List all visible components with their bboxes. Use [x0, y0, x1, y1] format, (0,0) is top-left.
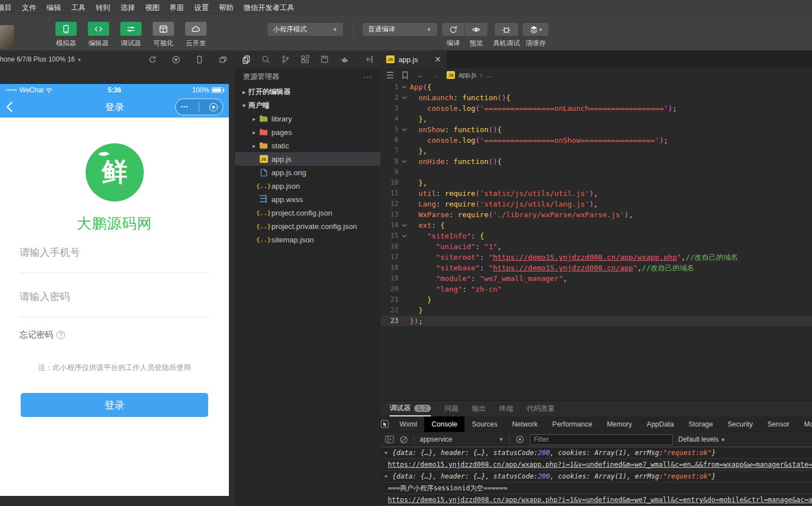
action-button-清缓存[interactable]: ▾: [523, 23, 548, 36]
more-button[interactable]: •••: [181, 104, 189, 110]
tree-item-app.json[interactable]: {..}app.json: [235, 179, 381, 193]
devtools-tab-Security[interactable]: Security: [720, 416, 760, 432]
code-line[interactable]: 4 },: [381, 114, 812, 124]
windows-icon[interactable]: [219, 55, 227, 64]
code-line[interactable]: 9: [381, 167, 812, 177]
tab-appjs[interactable]: JS app.js ✕: [381, 50, 447, 68]
nav-forward-icon[interactable]: →: [431, 71, 439, 79]
toolbar-button-云开发[interactable]: 云开发: [182, 22, 209, 48]
nav-back-icon[interactable]: ←: [416, 71, 424, 79]
expand-icon[interactable]: ▶: [385, 447, 392, 458]
menu-item-视图[interactable]: 视图: [140, 0, 165, 15]
close-icon[interactable]: ✕: [434, 55, 441, 64]
code-line[interactable]: 18 "sitebase": "https://demo15.ynjdzzd00…: [381, 263, 812, 273]
menu-item-工具[interactable]: 工具: [66, 0, 91, 15]
blocks-icon[interactable]: [301, 55, 309, 64]
code-line[interactable]: 14 ext: {: [381, 220, 812, 231]
bookmark-icon[interactable]: [402, 71, 409, 79]
refresh-icon[interactable]: [148, 55, 157, 64]
compile-select[interactable]: 普通编译 ▼: [363, 23, 437, 36]
toolbar-button-模拟器[interactable]: 模拟器: [53, 22, 79, 48]
expand-icon[interactable]: ▶: [385, 471, 392, 482]
code-line[interactable]: 23});: [381, 316, 812, 326]
more-actions-icon[interactable]: ···: [363, 72, 373, 81]
menu-item-选择[interactable]: 选择: [115, 0, 140, 15]
code-line[interactable]: 7 },: [381, 146, 812, 156]
devtools-tab-Storage[interactable]: Storage: [681, 416, 720, 432]
code-line[interactable]: 6 console.log('================onShow===…: [381, 135, 812, 146]
devtools-tab-AppData[interactable]: AppData: [640, 416, 682, 432]
debugger-tab-调试器[interactable]: 调试器1, 2: [389, 401, 431, 416]
code-line[interactable]: 2 onLaunch: function(){: [381, 92, 812, 103]
code-line[interactable]: 21 }: [381, 294, 812, 305]
fold-icon[interactable]: [398, 92, 410, 103]
collapse-sidebar-icon[interactable]: [365, 55, 374, 64]
password-input[interactable]: 请输入密码: [20, 273, 209, 317]
eye-icon[interactable]: [515, 435, 524, 444]
fold-icon[interactable]: [398, 124, 410, 135]
code-line[interactable]: 8 onHide: function(){: [381, 156, 812, 167]
code-line[interactable]: 16 "uniacid": "1",: [381, 241, 812, 252]
code-line[interactable]: 13 WxParse: require('./library/wxParse/w…: [381, 209, 812, 220]
debugger-tab-问题[interactable]: 问题: [444, 401, 458, 416]
console-link[interactable]: https://demo15.ynjdzzd008.cn/app/wxapp.p…: [388, 459, 812, 470]
code-line[interactable]: 1App({: [381, 82, 812, 92]
fold-icon[interactable]: [398, 231, 410, 241]
fold-icon[interactable]: [398, 82, 410, 92]
tree-item-打开的编辑器[interactable]: ▸打开的编辑器: [235, 85, 381, 99]
tree-item-static[interactable]: ▸static: [235, 139, 381, 152]
teapot-icon[interactable]: [340, 55, 349, 64]
context-select[interactable]: appservice ▼: [420, 435, 504, 443]
forgot-password-link[interactable]: 忘记密码 ?: [20, 330, 209, 340]
menu-item-界面[interactable]: 界面: [165, 0, 189, 15]
phone-input[interactable]: 请输入手机号: [20, 233, 209, 273]
mode-select[interactable]: 小程序模式 ▼: [267, 23, 343, 36]
home-button[interactable]: [209, 103, 218, 111]
devtools-tab-Console[interactable]: Console: [424, 416, 464, 432]
menu-item-设置[interactable]: 设置: [189, 0, 214, 15]
devtools-tab-Network[interactable]: Network: [505, 416, 545, 432]
devtools-tab-Sensor[interactable]: Sensor: [760, 416, 797, 432]
filter-input[interactable]: [530, 434, 673, 445]
device-selector[interactable]: iPhone 6/7/8 Plus 100% 16 ▼: [0, 55, 82, 63]
code-line[interactable]: 15 "siteInfo": {: [381, 231, 812, 241]
search-icon[interactable]: [261, 55, 270, 64]
fold-icon[interactable]: [398, 220, 410, 231]
inspect-icon[interactable]: [381, 420, 389, 428]
tree-item-library[interactable]: ▸library: [235, 112, 381, 125]
action-button-预览[interactable]: [465, 23, 487, 36]
toolbar-button-编辑器[interactable]: 编辑器: [85, 22, 112, 48]
devtools-tab-Memory[interactable]: Memory: [599, 416, 639, 432]
login-button[interactable]: 登录: [21, 393, 208, 417]
devtools-tab-Sources[interactable]: Sources: [464, 416, 505, 432]
tree-item-app.wxss[interactable]: 彐app.wxss: [235, 193, 381, 206]
action-button-编译[interactable]: [442, 23, 464, 36]
code-editor[interactable]: 1App({2 onLaunch: function(){3 console.l…: [381, 82, 812, 400]
menu-item-微信开发者工具[interactable]: 微信开发者工具: [238, 0, 299, 15]
device-icon[interactable]: [195, 55, 204, 64]
tree-item-pages[interactable]: ▸pages: [235, 125, 381, 139]
code-line[interactable]: 17 "siteroot": "https://demo15.ynjdzzd00…: [381, 252, 812, 263]
console-link[interactable]: https://demo15.ynjdzzd008.cn/app/wxapp.p…: [388, 494, 812, 505]
code-line[interactable]: 10 },: [381, 177, 812, 188]
tree-item-商户端[interactable]: ▾商户端: [235, 99, 381, 112]
code-line[interactable]: 11 util: require('static/js/utils/util.j…: [381, 188, 812, 199]
stop-icon[interactable]: [172, 55, 180, 64]
menu-item-文件[interactable]: 文件: [17, 0, 41, 15]
devtools-tab-Mock[interactable]: Mock: [797, 416, 812, 432]
menu-item-项目[interactable]: 项目: [0, 0, 17, 15]
code-line[interactable]: 19 "module": "we7_wmall_manager",: [381, 273, 812, 284]
tree-item-sitemap.json[interactable]: {..}sitemap.json: [235, 233, 381, 246]
tree-item-app.js[interactable]: JSapp.js: [235, 152, 381, 166]
menu-item-编辑[interactable]: 编辑: [41, 0, 66, 15]
sidebar-toggle-icon[interactable]: [385, 435, 394, 443]
action-button-真机调试[interactable]: [495, 23, 518, 36]
fold-icon[interactable]: [398, 156, 410, 167]
log-levels-select[interactable]: Default levels ▼: [678, 435, 725, 443]
tree-item-project.private.config.json[interactable]: {..}project.private.config.json: [235, 219, 381, 233]
toolbar-button-可视化[interactable]: 可视化: [150, 22, 177, 48]
code-line[interactable]: 3 console.log('================onLaunch=…: [381, 103, 812, 114]
code-line[interactable]: 20 "lang": "zh-cn": [381, 284, 812, 294]
devtools-tab-Performance[interactable]: Performance: [545, 416, 600, 432]
menu-item-转到[interactable]: 转到: [91, 0, 115, 15]
